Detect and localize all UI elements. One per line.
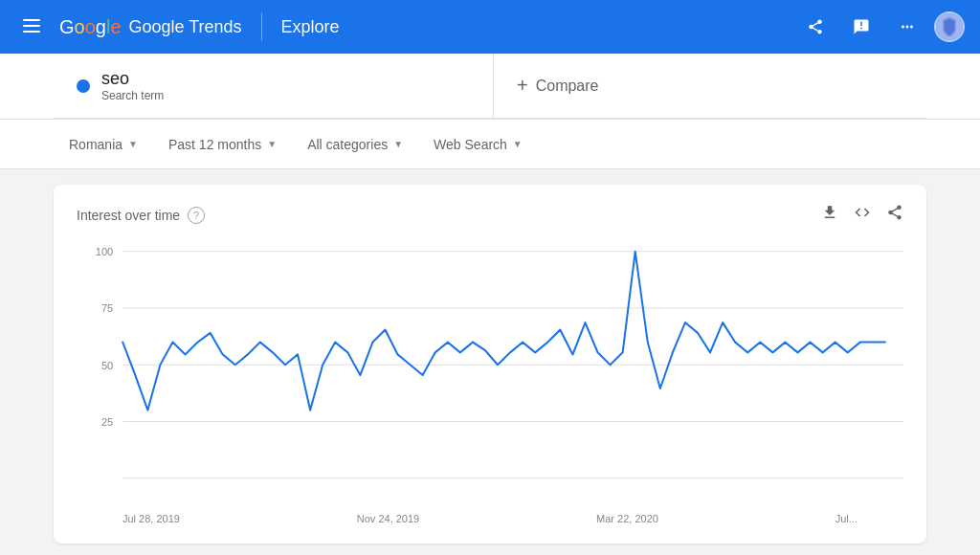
region-filter[interactable]: Romania ▼ [54, 129, 153, 160]
svg-rect-1 [23, 25, 40, 27]
svg-text:25: 25 [101, 415, 113, 427]
svg-text:100: 100 [96, 246, 113, 257]
header-divider [261, 13, 262, 40]
embed-button[interactable] [854, 204, 871, 226]
chart-actions [821, 204, 903, 226]
header-right [796, 8, 965, 46]
category-label: All categories [307, 137, 388, 152]
term-color-indicator [77, 79, 90, 93]
x-label-2: Nov 24, 2019 [357, 513, 419, 524]
avatar[interactable] [934, 11, 965, 42]
download-button[interactable] [821, 204, 838, 226]
chart-header: Interest over time ? [77, 204, 903, 226]
chart-title: Interest over time [77, 208, 180, 223]
header: Google Google Trends Explore [0, 0, 980, 54]
google-trends-logo: Google Google Trends [59, 16, 242, 38]
x-axis-labels: Jul 28, 2019 Nov 24, 2019 Mar 22, 2020 J… [77, 509, 903, 524]
search-type-label: Web Search [434, 137, 507, 152]
x-label-4: Jul... [835, 513, 858, 524]
chart-container: 100 75 50 25 [77, 241, 903, 509]
search-term-box[interactable]: seo Search term [54, 54, 494, 118]
chart-title-row: Interest over time ? [77, 207, 205, 224]
region-label: Romania [69, 137, 122, 152]
compare-box[interactable]: + Compare [494, 54, 926, 118]
time-range-filter[interactable]: Past 12 months ▼ [153, 129, 292, 160]
hamburger-icon[interactable] [15, 10, 48, 45]
chart-section: Interest over time ? [54, 185, 926, 544]
feedback-button[interactable] [842, 8, 880, 46]
time-range-label: Past 12 months [168, 137, 261, 152]
svg-rect-2 [23, 31, 40, 33]
apps-button[interactable] [888, 8, 926, 46]
header-left: Google Google Trends Explore [15, 10, 785, 45]
term-name: seo [101, 69, 164, 89]
time-range-dropdown-icon: ▼ [267, 139, 277, 149]
svg-text:75: 75 [101, 302, 113, 314]
x-label-1: Jul 28, 2019 [122, 513, 180, 524]
logo-google-text: Google [59, 16, 122, 38]
svg-text:50: 50 [101, 359, 113, 370]
x-label-3: Mar 22, 2020 [596, 513, 658, 524]
category-filter[interactable]: All categories ▼ [292, 129, 418, 160]
compare-label: Compare [536, 78, 599, 95]
explore-label: Explore [281, 17, 340, 37]
chart-share-button[interactable] [886, 204, 903, 226]
logo-trends-text: Google Trends [129, 17, 242, 37]
filter-bar: Romania ▼ Past 12 months ▼ All categorie… [0, 120, 980, 169]
category-dropdown-icon: ▼ [393, 139, 403, 149]
search-type-filter[interactable]: Web Search ▼ [418, 129, 538, 160]
search-type-dropdown-icon: ▼ [513, 139, 523, 149]
search-area: seo Search term + Compare [0, 54, 980, 120]
term-info: seo Search term [101, 69, 164, 102]
help-icon[interactable]: ? [188, 207, 205, 224]
term-type: Search term [101, 89, 164, 102]
share-button[interactable] [796, 8, 835, 46]
trend-chart: 100 75 50 25 [77, 241, 903, 509]
search-row: seo Search term + Compare [54, 54, 926, 119]
svg-rect-0 [23, 19, 40, 21]
compare-plus-icon: + [517, 75, 528, 97]
region-dropdown-icon: ▼ [128, 139, 138, 149]
